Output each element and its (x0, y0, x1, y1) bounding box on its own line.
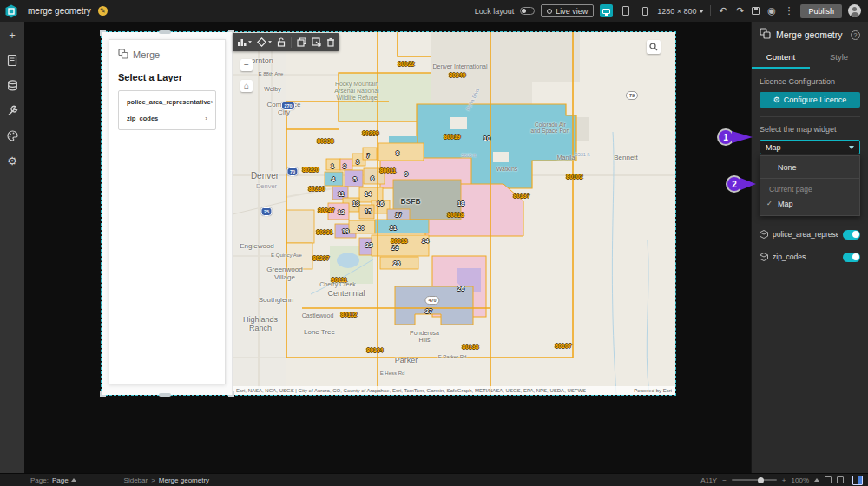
selection-resize-handle[interactable] (159, 30, 171, 34)
tab-content[interactable]: Content (752, 48, 810, 69)
fit-to-width-icon[interactable] (837, 476, 844, 483)
resolution-selector[interactable]: 1280 × 800 (657, 7, 704, 16)
wrench-icon[interactable] (6, 104, 19, 117)
place-label: Englewood (240, 242, 274, 250)
undo-icon[interactable]: ↶ (717, 4, 728, 17)
zip-code-label: 80220 (302, 167, 319, 173)
unlock-button[interactable] (277, 37, 286, 47)
dropdown-option-none[interactable]: None (760, 160, 859, 175)
toggle-panel-icon[interactable] (852, 476, 863, 485)
page-icon[interactable] (6, 54, 19, 67)
select-layer-heading: Select a Layer (118, 72, 216, 82)
phone-icon (642, 7, 648, 16)
zoom-out-control[interactable]: − (722, 476, 727, 484)
zip-code-label: 80239 (362, 130, 378, 136)
place-label: Highlands Ranch (243, 315, 278, 333)
place-label: Peña Blvd (465, 88, 481, 112)
history-icon[interactable]: ◉ (766, 4, 777, 17)
zip-code-label: 80247 (318, 207, 334, 213)
arrange-button[interactable] (257, 37, 272, 47)
place-label: E 88th Ave (259, 71, 284, 77)
zip-code-label: 80249 (449, 72, 465, 78)
merge-area-badge: 14 (365, 191, 372, 197)
copy-to-button[interactable] (312, 37, 321, 47)
merge-layer-name: police_area_representative (127, 98, 211, 106)
tablet-view-button[interactable] (619, 4, 632, 17)
sidebar-widget-panel[interactable]: Merge Select a Layer police_area_represe… (102, 32, 233, 395)
settings-gear-icon[interactable]: ⚙ (6, 154, 19, 167)
selection-handle[interactable] (228, 391, 234, 397)
desktop-view-button[interactable] (600, 4, 613, 17)
panel-layer-row[interactable]: police_area_representa... (760, 223, 860, 246)
zip-code-label: 80022 (398, 61, 414, 67)
merge-area-badge: 1 (331, 163, 334, 169)
search-button[interactable] (647, 40, 661, 54)
zip-code-label: 80112 (341, 312, 358, 318)
more-vertical-icon[interactable]: ⋮ (783, 4, 794, 17)
lock-layout-toggle[interactable] (520, 7, 535, 15)
zoom-in-control[interactable]: + (782, 476, 786, 484)
zoom-slider[interactable] (732, 479, 777, 481)
experience-builder-logo-icon[interactable] (0, 0, 23, 22)
duplicate-button[interactable] (297, 37, 306, 47)
tab-style[interactable]: Style (810, 48, 868, 69)
selection-handle[interactable] (100, 391, 106, 397)
check-icon: ✓ (766, 200, 773, 207)
redo-icon[interactable]: ↷ (734, 4, 746, 17)
merge-area-badge: 12 (338, 209, 345, 215)
phone-view-button[interactable] (638, 4, 651, 17)
zoom-out-button[interactable]: − (240, 59, 253, 71)
save-icon[interactable] (752, 7, 760, 15)
layer-visibility-toggle[interactable] (843, 230, 860, 240)
chevron-up-icon[interactable] (814, 478, 819, 482)
map-widget-select[interactable]: Map (760, 140, 860, 154)
merge-layer-list: police_area_representative›zip_codes› (118, 90, 216, 130)
breadcrumb-current[interactable]: Merge geometry (159, 476, 209, 484)
live-view-button[interactable]: Live view (541, 4, 594, 17)
insert-widget-icon[interactable]: + (6, 29, 19, 42)
app-canvas[interactable]: Merge Select a Layer police_area_represe… (102, 32, 675, 395)
merge-area-badge: 7 (366, 153, 370, 159)
publish-button[interactable]: Publish (800, 4, 842, 18)
map-widget[interactable]: 8002280249802398023880019800118022080230… (233, 32, 675, 395)
delete-button[interactable] (326, 37, 335, 47)
data-icon[interactable] (6, 79, 19, 92)
status-bar: Page: Page Sidebar > Merge geometry A11Y… (0, 473, 868, 486)
merge-layer-row[interactable]: police_area_representative› (119, 94, 215, 110)
merge-widget[interactable]: Merge Select a Layer police_area_represe… (108, 39, 226, 384)
merge-icon (118, 49, 128, 61)
merge-area-badge: 27 (425, 308, 432, 314)
place-label: Lone Tree (304, 328, 335, 336)
panel-layer-row[interactable]: zip_codes (760, 246, 860, 268)
edit-title-icon[interactable]: ✎ (98, 6, 108, 16)
chevron-down-icon (248, 41, 252, 43)
zip-code-label: 80102 (566, 174, 582, 180)
merge-area-badge: 19 (342, 228, 349, 234)
merge-area-badge: 11 (338, 191, 344, 197)
theme-palette-icon[interactable] (6, 129, 19, 142)
zip-code-label: 80134 (366, 347, 383, 353)
home-button[interactable]: ⌂ (240, 80, 253, 92)
breadcrumb-parent[interactable]: Sidebar (124, 476, 148, 484)
a11y-label[interactable]: A11Y (700, 476, 717, 484)
place-label: Castlewood (302, 312, 334, 319)
selection-handle[interactable] (100, 30, 106, 36)
route-shield: 470 (424, 296, 439, 305)
fit-to-window-icon[interactable] (825, 476, 832, 483)
zip-code-label: 80230 (308, 186, 325, 192)
merge-area-badge: 25 (393, 260, 400, 266)
help-icon[interactable]: ? (851, 30, 860, 40)
chevron-right-icon: › (205, 115, 207, 122)
selection-resize-handle[interactable] (159, 393, 171, 397)
widget-state-button[interactable] (237, 37, 252, 47)
user-avatar[interactable] (848, 4, 861, 17)
zoom-slider-knob[interactable] (758, 477, 764, 483)
page-selector[interactable]: Page (52, 476, 69, 484)
desktop-icon (602, 9, 610, 14)
merge-layer-row[interactable]: zip_codes› (119, 110, 215, 127)
configure-licence-button[interactable]: ⚙ Configure Licence (760, 92, 860, 108)
dropdown-option-map[interactable]: ✓ Map (760, 196, 859, 212)
layer-visibility-toggle[interactable] (843, 253, 860, 262)
route-shield: 79 (626, 91, 638, 100)
merge-widget-title: Merge (133, 49, 160, 60)
